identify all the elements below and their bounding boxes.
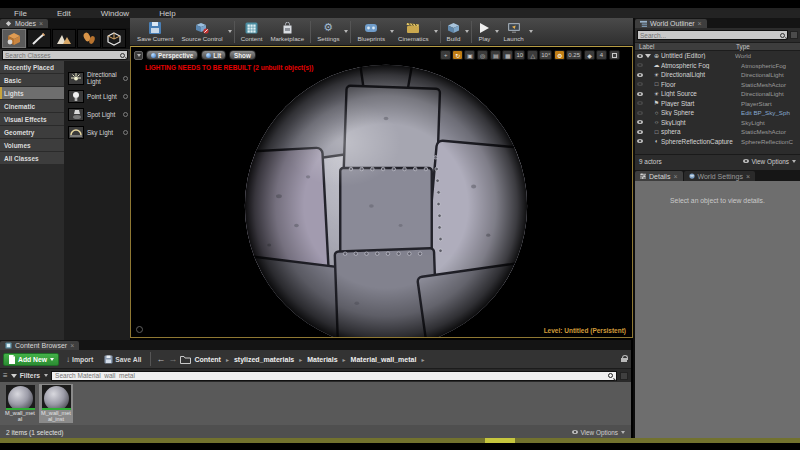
modes-search-input[interactable]	[5, 52, 120, 59]
outliner-row-light-source[interactable]: ☀ Light Source DirectionalLight	[635, 89, 800, 99]
outliner-view-options-button[interactable]: View Options	[743, 158, 796, 165]
lock-icon[interactable]	[621, 355, 628, 363]
info-icon[interactable]	[123, 94, 128, 99]
forward-icon[interactable]: →	[168, 354, 177, 364]
save-all-button[interactable]: Save All	[100, 353, 145, 366]
cb-view-options-button[interactable]: View Options	[572, 429, 625, 436]
outliner-search-input[interactable]	[640, 32, 780, 39]
scale-snap-toggle-button[interactable]: ⚙	[554, 50, 565, 60]
launch-button[interactable]: Launch	[499, 19, 527, 45]
close-icon[interactable]: ×	[673, 173, 677, 180]
blueprints-button[interactable]: Blueprints	[353, 19, 389, 45]
world-local-toggle-button[interactable]: ◎	[477, 50, 488, 60]
chevron-down-icon[interactable]	[529, 30, 533, 33]
outliner-filter-icon[interactable]	[790, 31, 798, 39]
marketplace-button[interactable]: Marketplace	[266, 19, 308, 45]
rotate-tool-button[interactable]: ↻	[452, 50, 463, 60]
close-icon[interactable]: ×	[39, 20, 43, 27]
asset-m-wall-metal-inst[interactable]: M_wall_metal_inst	[39, 384, 73, 423]
rotation-snap-value[interactable]: 10°	[539, 50, 552, 60]
menu-window[interactable]: Window	[101, 9, 129, 18]
camera-speed-button[interactable]: ◆	[584, 50, 595, 60]
add-new-button[interactable]: Add New	[3, 353, 59, 366]
menu-edit[interactable]: Edit	[57, 9, 71, 18]
visibility-eye-icon[interactable]	[637, 139, 643, 143]
scale-tool-button[interactable]: ▣	[464, 50, 475, 60]
tab-world-outliner[interactable]: World Outliner ×	[635, 19, 707, 28]
outliner-column-header[interactable]: Label Type	[635, 42, 800, 51]
close-icon[interactable]: ×	[698, 20, 702, 27]
visibility-eye-icon[interactable]	[637, 54, 643, 58]
item-point-light[interactable]: Point Light	[64, 87, 130, 105]
move-tool-button[interactable]: +	[440, 50, 451, 60]
play-button[interactable]: Play	[474, 19, 494, 45]
grid-snap-value[interactable]: 10	[514, 50, 525, 60]
breadcrumb-stylized-materials[interactable]: stylized_materials	[234, 356, 294, 363]
tab-place-mode[interactable]	[2, 29, 26, 48]
surface-snap-button[interactable]: ▤	[490, 50, 501, 60]
tab-landscape-mode[interactable]	[52, 29, 76, 48]
info-icon[interactable]	[123, 112, 128, 117]
grid-snap-toggle-button[interactable]: ▦	[502, 50, 513, 60]
tab-content-browser[interactable]: Content Browser ×	[0, 341, 79, 350]
build-button[interactable]: Build	[443, 19, 465, 45]
metal-sphere-mesh[interactable]	[240, 60, 532, 338]
outliner-row-directionallight[interactable]: ☀ DirectionalLight DirectionalLight	[635, 70, 800, 80]
tab-paint-mode[interactable]	[27, 29, 51, 48]
maximize-viewport-button[interactable]	[609, 50, 620, 60]
expand-arrow-icon[interactable]	[645, 54, 651, 58]
close-icon[interactable]: ×	[70, 342, 74, 349]
settings-button[interactable]: ⚙ Settings	[313, 19, 343, 45]
close-icon[interactable]: ×	[746, 173, 750, 180]
back-icon[interactable]: ←	[156, 354, 165, 364]
category-all-classes[interactable]: All Classes	[0, 152, 64, 164]
menu-file[interactable]: File	[14, 9, 27, 18]
search-save-icon[interactable]	[620, 372, 628, 380]
outliner-row-floor[interactable]: □ Floor StaticMeshActor	[635, 80, 800, 90]
save-current-button[interactable]: Save Current	[133, 19, 177, 45]
category-visual-effects[interactable]: Visual Effects	[0, 113, 64, 125]
rotation-snap-toggle-button[interactable]: △	[527, 50, 538, 60]
outliner-row-world[interactable]: ⊕ Untitled (Editor) World	[635, 51, 800, 61]
info-icon[interactable]	[123, 130, 128, 135]
tab-world-settings[interactable]: World Settings ×	[684, 171, 755, 181]
category-basic[interactable]: Basic	[0, 74, 64, 86]
outliner-row-sphera[interactable]: □ sphera StaticMeshActor	[635, 127, 800, 137]
visibility-eye-icon[interactable]	[637, 101, 643, 105]
asset-m-wall-metal[interactable]: M_wall_metal	[3, 384, 37, 423]
source-control-button[interactable]: Source Control	[177, 19, 226, 45]
visibility-eye-icon[interactable]	[637, 63, 643, 67]
tab-foliage-mode[interactable]	[77, 29, 101, 48]
import-button[interactable]: ↓ Import	[62, 353, 97, 366]
chevron-down-icon[interactable]	[434, 30, 438, 33]
outliner-row-atmospheric-fog[interactable]: ☁ Atmospheric Fog AtmosphericFog	[635, 61, 800, 71]
scrollbar-thumb[interactable]	[485, 438, 515, 443]
tab-modes[interactable]: Modes ×	[0, 19, 48, 28]
bottom-scrollbar[interactable]	[0, 438, 800, 443]
item-directional-light[interactable]: Directional Light	[64, 69, 130, 87]
category-cinematic[interactable]: Cinematic	[0, 100, 64, 112]
scale-snap-value[interactable]: 0.25	[566, 50, 582, 60]
asset-search-input[interactable]	[55, 372, 608, 379]
edit-blueprint-link[interactable]: Edit BP_Sky_Sph	[741, 109, 800, 116]
breadcrumb-material-wall-metal[interactable]: Material_wall_metal	[351, 356, 417, 363]
sources-panel-icon[interactable]: ≡	[3, 371, 8, 380]
menu-help[interactable]: Help	[159, 9, 175, 18]
category-volumes[interactable]: Volumes	[0, 139, 64, 151]
outliner-row-spherereflectioncapture[interactable]: ◐ SphereReflectionCapture SphereReflecti…	[635, 137, 800, 147]
content-button[interactable]: Content	[237, 19, 267, 45]
visibility-eye-icon[interactable]	[637, 130, 643, 134]
show-button[interactable]: Show	[229, 50, 256, 60]
chevron-down-icon[interactable]	[344, 30, 348, 33]
info-icon[interactable]	[123, 76, 128, 81]
breadcrumb-content[interactable]: Content	[194, 356, 220, 363]
outliner-row-skylight[interactable]: ☼ SkyLight SkyLight	[635, 118, 800, 128]
camera-speed-value[interactable]: 4	[596, 50, 607, 60]
perspective-button[interactable]: Perspective	[146, 50, 198, 60]
visibility-eye-icon[interactable]	[637, 73, 643, 77]
column-type[interactable]: Type	[736, 43, 800, 50]
visibility-eye-icon[interactable]	[637, 92, 643, 96]
category-geometry[interactable]: Geometry	[0, 126, 64, 138]
tab-details[interactable]: Details ×	[635, 171, 683, 181]
outliner-row-player-start[interactable]: ⚑ Player Start PlayerStart	[635, 99, 800, 109]
